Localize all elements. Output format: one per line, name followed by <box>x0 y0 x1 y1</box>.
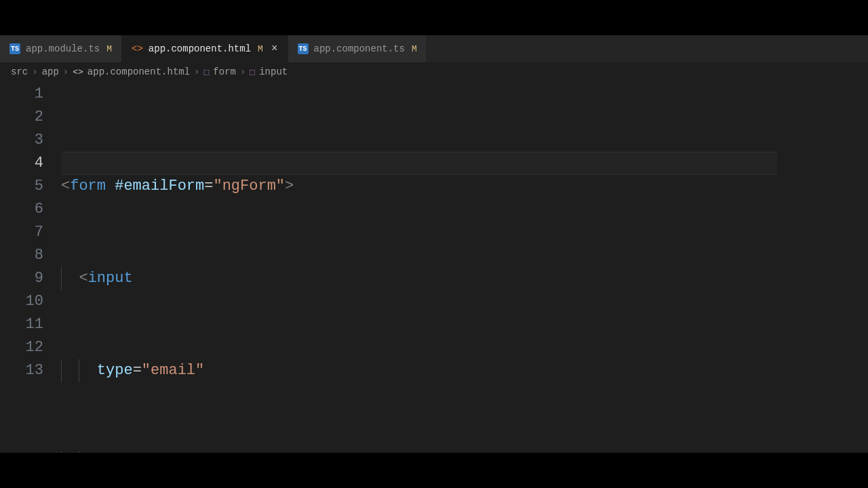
crumb-folder[interactable]: src <box>11 66 28 77</box>
html-icon: <> <box>132 43 143 54</box>
code-line[interactable]: <input <box>61 267 777 290</box>
html-icon: <> <box>73 67 83 77</box>
editor-pane: TS app.module.ts M <> app.component.html… <box>0 35 868 453</box>
line-number: 6 <box>0 198 43 221</box>
tab-app-component-html[interactable]: <> app.component.html M × <box>122 35 288 62</box>
ts-icon: TS <box>9 43 20 54</box>
line-number: 10 <box>0 290 43 313</box>
crumb-folder[interactable]: app <box>42 66 59 77</box>
tab-bar: TS app.module.ts M <> app.component.html… <box>0 35 868 62</box>
letterbox-bottom <box>0 453 868 488</box>
crumb-symbol[interactable]: input <box>259 66 288 77</box>
close-icon[interactable]: × <box>271 43 278 55</box>
letterbox-top <box>0 0 868 35</box>
code-area[interactable]: 1 2 3 4 5 6 7 8 9 10 11 12 13 <form #ema… <box>0 81 868 488</box>
line-number: 1 <box>0 83 43 106</box>
line-number: 5 <box>0 175 43 198</box>
code-content[interactable]: <form #emailForm="ngForm"> <input type="… <box>61 83 777 488</box>
chevron-right-icon: › <box>63 66 68 77</box>
crumb-file[interactable]: app.component.html <box>87 66 190 77</box>
chevron-right-icon: › <box>240 66 245 77</box>
code-line[interactable]: <form #emailForm="ngForm"> <box>61 175 777 198</box>
line-number: 7 <box>0 221 43 244</box>
line-number: 2 <box>0 106 43 129</box>
chevron-right-icon: › <box>32 66 37 77</box>
line-number: 9 <box>0 267 43 290</box>
active-line-highlight <box>61 152 777 175</box>
tab-app-module[interactable]: TS app.module.ts M <box>0 35 122 62</box>
tab-label: app.component.html <box>149 43 251 54</box>
modified-indicator: M <box>258 44 263 54</box>
code-line[interactable]: type="email" <box>61 359 777 382</box>
modified-indicator: M <box>106 44 112 54</box>
symbol-field-icon: ⬚ <box>204 66 210 77</box>
crumb-symbol[interactable]: form <box>213 66 236 77</box>
line-number: 4 <box>0 152 43 175</box>
line-number: 13 <box>0 359 43 382</box>
line-number-gutter: 1 2 3 4 5 6 7 8 9 10 11 12 13 <box>0 83 61 488</box>
line-number: 8 <box>0 244 43 267</box>
tab-app-component-ts[interactable]: TS app.component.ts M <box>288 35 427 62</box>
tab-label: app.component.ts <box>314 43 405 54</box>
ts-icon: TS <box>298 43 309 54</box>
breadcrumb[interactable]: src › app › <> app.component.html › ⬚ fo… <box>0 62 868 81</box>
line-number: 12 <box>0 336 43 359</box>
symbol-field-icon: ⬚ <box>250 66 255 77</box>
line-number: 11 <box>0 313 43 336</box>
tab-label: app.module.ts <box>26 43 100 54</box>
chevron-right-icon: › <box>194 66 199 77</box>
modified-indicator: M <box>412 44 417 54</box>
line-number: 3 <box>0 129 43 152</box>
